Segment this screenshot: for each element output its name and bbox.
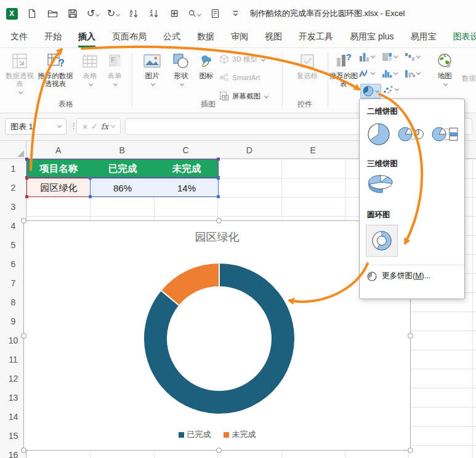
chart-resize-handle[interactable] bbox=[216, 218, 222, 223]
search-icon[interactable] bbox=[188, 7, 201, 20]
row-header[interactable]: 7 bbox=[0, 273, 26, 292]
pivot-table-button[interactable]: 数据透视表 bbox=[4, 52, 36, 96]
borders-icon[interactable]: ⊞ bbox=[168, 7, 180, 20]
select-all-corner[interactable] bbox=[0, 141, 26, 159]
ribbon-tab[interactable]: 易用宝 bbox=[411, 27, 437, 47]
table-button[interactable]: 表格 bbox=[78, 52, 102, 88]
insert-function-icon[interactable]: fx bbox=[101, 122, 108, 131]
ribbon-tab[interactable]: 易用宝 plus bbox=[350, 27, 394, 47]
cell-a2[interactable]: 园区绿化 bbox=[27, 179, 91, 197]
fx-chevron-icon[interactable] bbox=[111, 124, 115, 128]
column-header[interactable]: C bbox=[154, 141, 217, 159]
chart-resize-handle[interactable] bbox=[216, 448, 222, 453]
icons-button[interactable]: 图标 bbox=[196, 52, 217, 80]
recommended-charts-icon: ? bbox=[335, 52, 352, 70]
row-header[interactable]: 15 bbox=[0, 426, 26, 445]
row-header[interactable]: 1 bbox=[0, 159, 26, 178]
pictures-button[interactable]: 图片 bbox=[138, 52, 166, 88]
insert-histogram-chart-button[interactable] bbox=[382, 69, 397, 78]
bar-of-pie-option[interactable] bbox=[431, 125, 459, 145]
chart-resize-handle[interactable] bbox=[21, 218, 26, 223]
row-header[interactable]: 5 bbox=[0, 235, 26, 254]
group-separator bbox=[132, 53, 132, 108]
chart-title[interactable]: 园区绿化 bbox=[24, 230, 410, 244]
legend-marker bbox=[179, 432, 184, 438]
pie-3d-option[interactable] bbox=[366, 174, 395, 198]
ribbon-tab[interactable]: 数据 bbox=[197, 27, 214, 47]
cell-c1[interactable]: 未完成 bbox=[155, 159, 219, 178]
checkbox-control-button[interactable]: 复选框 bbox=[292, 52, 323, 80]
maps-button[interactable]: 地图 bbox=[431, 52, 458, 88]
ribbon-tab[interactable]: 页面布局 bbox=[112, 27, 147, 47]
insert-scatter-chart-button[interactable] bbox=[383, 85, 398, 94]
insert-pie-chart-button[interactable] bbox=[360, 84, 381, 98]
smartart-icon bbox=[219, 73, 229, 82]
pie-2d-option[interactable] bbox=[366, 121, 392, 149]
row-header[interactable]: 2 bbox=[0, 178, 26, 197]
name-box[interactable]: 图表 1 bbox=[5, 118, 67, 135]
row-header[interactable]: 8 bbox=[0, 292, 26, 311]
legend-label: 未完成 bbox=[232, 429, 256, 440]
ribbon-tab[interactable]: 文件 bbox=[10, 27, 28, 47]
3d-models-button[interactable]: 3D 模型 bbox=[219, 54, 265, 64]
more-pie-charts-item[interactable]: 更多饼图(M)... bbox=[366, 271, 458, 281]
row-header[interactable]: 11 bbox=[0, 350, 26, 369]
row-header[interactable]: 14 bbox=[0, 407, 26, 426]
enter-icon[interactable]: ✓ bbox=[91, 122, 98, 131]
ribbon-tab[interactable]: 视图 bbox=[265, 27, 282, 47]
insert-combo-chart-button[interactable] bbox=[405, 69, 420, 78]
smartart-button[interactable]: SmartArt bbox=[219, 73, 260, 82]
row-header[interactable]: 13 bbox=[0, 388, 26, 407]
cell-a1[interactable]: 项目名称 bbox=[27, 159, 91, 178]
row-header[interactable]: 6 bbox=[0, 254, 26, 273]
ribbon-tab[interactable]: 公式 bbox=[163, 27, 180, 47]
row-header[interactable]: 3 bbox=[0, 197, 26, 216]
sort-descending-icon[interactable]: ZA bbox=[148, 7, 160, 20]
cell-b1[interactable]: 已完成 bbox=[91, 159, 155, 178]
title-bar: X ↺ ↻ AZ ZA ⊞ 制作酷炫的完成率百分比圆环图.xlsx - Exce… bbox=[0, 0, 476, 27]
chart-resize-handle[interactable] bbox=[408, 333, 413, 339]
new-file-icon[interactable] bbox=[26, 7, 38, 20]
open-folder-icon[interactable] bbox=[46, 7, 58, 20]
collapse-ribbon-icon[interactable] bbox=[229, 7, 241, 20]
excel-logo-icon: X bbox=[6, 8, 18, 20]
doughnut-plot[interactable] bbox=[139, 259, 299, 419]
ribbon-tab[interactable]: 开发工具 bbox=[299, 27, 333, 47]
recommended-pivot-button[interactable]: ? 推荐的数据透视表 bbox=[36, 52, 75, 88]
chart-resize-handle[interactable] bbox=[408, 448, 413, 453]
ribbon-tab[interactable]: 插入 bbox=[78, 27, 95, 47]
undo-icon[interactable]: ↺ bbox=[87, 7, 99, 20]
group-label-illustrations: 插图 bbox=[138, 99, 278, 110]
pie-chart-icon bbox=[363, 86, 374, 97]
row-header[interactable]: 12 bbox=[0, 369, 26, 388]
recommended-charts-button[interactable]: ? 推荐的图表 bbox=[329, 52, 358, 88]
doughnut-option-selected[interactable] bbox=[366, 225, 398, 257]
quick-access-toolbar: X ↺ ↻ AZ ZA ⊞ bbox=[6, 7, 241, 20]
ribbon-tab[interactable]: 图表设计 bbox=[453, 27, 476, 47]
chart-resize-handle[interactable] bbox=[21, 448, 26, 453]
insert-hierarchy-chart-button[interactable] bbox=[382, 52, 397, 62]
ribbon-tab[interactable]: 审阅 bbox=[231, 27, 248, 47]
insert-line-chart-button[interactable] bbox=[359, 69, 374, 78]
insert-waterfall-chart-button[interactable] bbox=[405, 52, 420, 62]
legend-item: 已完成 bbox=[179, 429, 211, 440]
sort-ascending-icon[interactable]: AZ bbox=[127, 7, 140, 20]
column-header[interactable]: D bbox=[217, 141, 281, 159]
shapes-button[interactable]: 形状 bbox=[167, 52, 195, 88]
ribbon-tab[interactable]: 开始 bbox=[44, 27, 62, 47]
cell-c2[interactable]: 14% bbox=[155, 179, 219, 197]
save-icon[interactable] bbox=[67, 7, 79, 20]
chart-resize-handle[interactable] bbox=[21, 333, 26, 339]
pie-of-pie-option[interactable] bbox=[397, 125, 426, 145]
column-header[interactable]: A bbox=[26, 141, 90, 159]
column-header[interactable]: E bbox=[281, 141, 345, 159]
insert-column-chart-button[interactable] bbox=[359, 52, 374, 62]
cancel-icon[interactable]: × bbox=[83, 121, 88, 132]
doughnut-chart-object[interactable]: 园区绿化 已完成未完成 bbox=[23, 220, 411, 451]
row-header[interactable]: 9 bbox=[0, 311, 26, 331]
ribbon-layout-icon[interactable] bbox=[209, 7, 221, 20]
column-header[interactable]: B bbox=[90, 141, 153, 159]
cell-b2[interactable]: 86% bbox=[91, 179, 155, 197]
name-box-chevron-icon[interactable] bbox=[57, 124, 62, 128]
form-button[interactable]: F 表单 bbox=[102, 52, 127, 88]
